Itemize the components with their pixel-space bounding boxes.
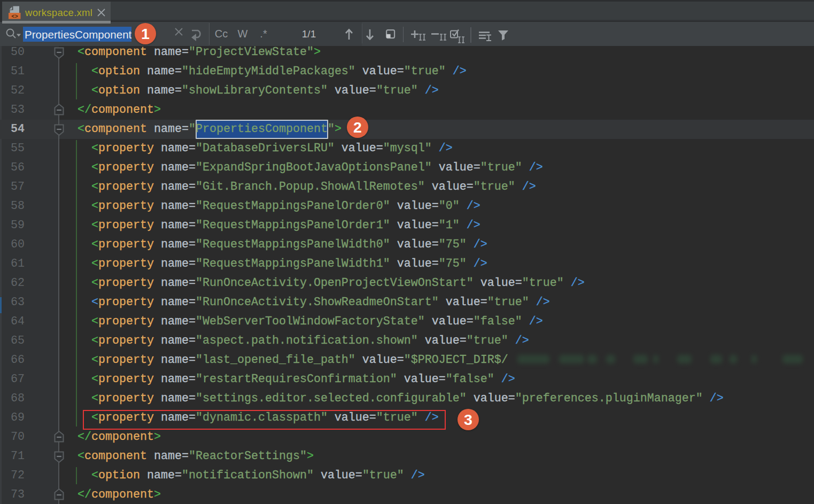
svg-text:<>: <> [11, 13, 18, 20]
